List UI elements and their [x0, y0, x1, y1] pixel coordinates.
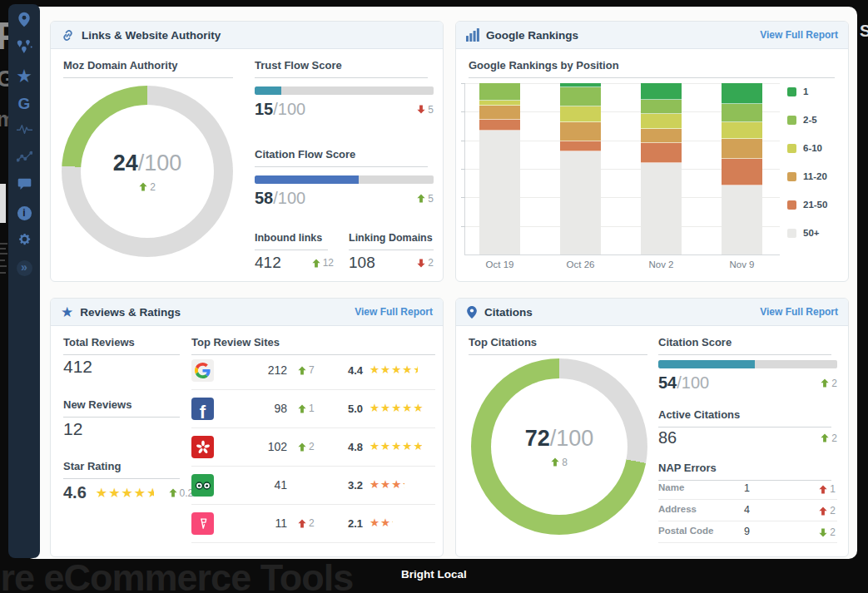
- legend-item: 50+: [787, 228, 827, 238]
- bar-segment-6-10: [722, 122, 762, 139]
- bar-segment-50+: [722, 185, 762, 254]
- panel-title: Google Rankings: [486, 29, 578, 42]
- citation-score-bar: [658, 360, 837, 368]
- new-reviews-value: 12: [63, 419, 82, 439]
- sidebar-item-citations-pin[interactable]: [15, 12, 33, 29]
- citation-score-label: Citation Score: [658, 336, 831, 355]
- active-citations-change: 2: [821, 432, 837, 444]
- panel-header: Citations View Full Report: [456, 299, 848, 326]
- panel-title: Links & Website Authority: [82, 29, 221, 42]
- sidebar-item-settings[interactable]: [15, 232, 33, 249]
- stacked-bar-Nov-9: [722, 83, 762, 254]
- legend-item: 6-10: [787, 143, 827, 153]
- review-stars: ★★★★★★★★★★: [370, 364, 424, 376]
- sidebar-item-local-search[interactable]: [15, 40, 33, 57]
- active-citations-label: Active Citations: [658, 408, 831, 427]
- sidebar-item-reviews[interactable]: ★: [15, 67, 33, 84]
- panel-header: Google Rankings View Full Report: [456, 22, 848, 49]
- bar-chart-icon: [466, 28, 479, 42]
- legend-item: 21-50: [787, 200, 827, 210]
- legend-swatch: [787, 172, 796, 181]
- view-full-report-link[interactable]: View Full Report: [760, 29, 838, 41]
- chart-title: Google Rankings by Position: [469, 59, 835, 78]
- bg-text-noise: [0, 253, 7, 254]
- google-g-icon: G: [18, 96, 31, 111]
- trust-flow-score: 15/100: [255, 100, 305, 119]
- linking-domains-label: Linking Domains: [349, 232, 434, 250]
- bar-segment-2-5: [722, 104, 762, 123]
- citation-score-value: 54/100: [658, 373, 709, 393]
- bar-segment-6-10: [641, 114, 682, 129]
- x-axis-label: Nov 9: [709, 259, 776, 269]
- nap-field-label: Postal Code: [658, 526, 713, 536]
- linking-domains-change: 2: [417, 257, 434, 269]
- collapse-chevrons-icon: »: [17, 260, 32, 276]
- review-stars: ★★★★★★★★★★: [370, 479, 424, 491]
- review-change: 2: [298, 441, 315, 452]
- x-axis-label: Oct 26: [548, 259, 614, 269]
- nap-row-name: Name 1 1: [658, 478, 837, 500]
- google-icon: [191, 359, 214, 382]
- slide: P G m ore eCommerce Tools S ★ G: [0, 0, 868, 593]
- legend-label: 2-5: [803, 115, 817, 125]
- axis-tick: [461, 83, 465, 84]
- citation-score-change: 2: [821, 378, 837, 389]
- nap-field-value: 9: [744, 526, 750, 537]
- bar-segment-50+: [560, 151, 601, 254]
- bar-segment-6-10: [560, 106, 601, 123]
- total-reviews-value: 412: [63, 357, 92, 377]
- citation-flow-change: 5: [417, 193, 434, 205]
- review-site-row-tripadvisor: 41 3.2 ★★★★★★★★★★: [191, 467, 435, 505]
- review-rating: 2.1: [348, 517, 363, 530]
- pulse-icon: [17, 123, 32, 138]
- bg-fragment: [0, 184, 6, 223]
- view-full-report-link[interactable]: View Full Report: [355, 306, 433, 318]
- rankings-panel-body: Google Rankings by Position Oct 19Oct 26…: [456, 49, 848, 281]
- sidebar-item-rankings[interactable]: [15, 150, 33, 166]
- sidebar-item-monitoring[interactable]: [15, 122, 33, 139]
- reviews-ratings-panel: ★ Reviews & Ratings View Full Report Tot…: [50, 298, 444, 557]
- star-rating-value: 4.6: [63, 483, 87, 502]
- inbound-links-change: 12: [312, 257, 334, 269]
- panel-header: ★ Reviews & Ratings View Full Report: [51, 299, 443, 326]
- star-rating-change: 0.2: [169, 487, 194, 499]
- top-citations-label: Top Citations: [469, 336, 647, 355]
- citation-flow-label: Citation Flow Score: [255, 148, 428, 167]
- citations-change: 8: [551, 457, 568, 468]
- gear-icon: [17, 232, 32, 250]
- review-change: 7: [298, 364, 315, 376]
- star-icon: ★: [17, 68, 31, 84]
- bar-segment-21-50: [479, 120, 520, 130]
- rankings-plot: Oct 19Oct 26Nov 2Nov 9: [464, 83, 780, 255]
- review-change: 2: [298, 517, 315, 529]
- nap-field-label: Name: [658, 482, 684, 492]
- axis-tick: [461, 141, 465, 141]
- map-pin-icon: [466, 305, 478, 319]
- nap-errors-table: Name 1 1 Address 4 2 Postal Code 9 2: [658, 478, 837, 543]
- bg-text-noise: [0, 259, 5, 261]
- info-icon: i: [17, 206, 32, 220]
- reviews-panel-body: Total Reviews 412 New Reviews 12 Star Ra…: [51, 326, 443, 556]
- review-count: 98: [241, 402, 287, 415]
- axis-tick: [461, 111, 465, 112]
- bar-segment-11-20: [479, 106, 520, 121]
- citations-panel: Citations View Full Report Top Citations…: [455, 298, 849, 557]
- axis-tick: [461, 169, 465, 170]
- links-authority-panel: Links & Website Authority Moz Domain Aut…: [50, 21, 444, 282]
- sidebar-collapse-button[interactable]: »: [15, 259, 33, 276]
- yelp-icon: [191, 436, 214, 458]
- view-full-report-link[interactable]: View Full Report: [760, 306, 838, 318]
- sidebar-item-messages[interactable]: [15, 177, 33, 194]
- sidebar-item-info[interactable]: i: [15, 205, 33, 221]
- sidebar-item-google[interactable]: G: [15, 95, 33, 111]
- nap-field-change: 2: [819, 505, 836, 516]
- review-sites-list: 212 7 4.4 ★★★★★★★★★★ f 98 1 5.0 ★★★★★★★★…: [191, 352, 435, 543]
- x-axis-label: Nov 2: [628, 259, 695, 269]
- bar-segment-50+: [479, 131, 520, 254]
- citations-panel-body: Top Citations 72/100 8 Citation Score 54…: [456, 326, 848, 556]
- legend-label: 21-50: [803, 200, 827, 210]
- panel-header: Links & Website Authority: [51, 22, 443, 49]
- legend-item: 1: [787, 86, 827, 96]
- review-site-row-yelp: 102 2 4.8 ★★★★★★★★★★: [191, 428, 435, 467]
- stacked-bar-Oct-26: [560, 83, 601, 254]
